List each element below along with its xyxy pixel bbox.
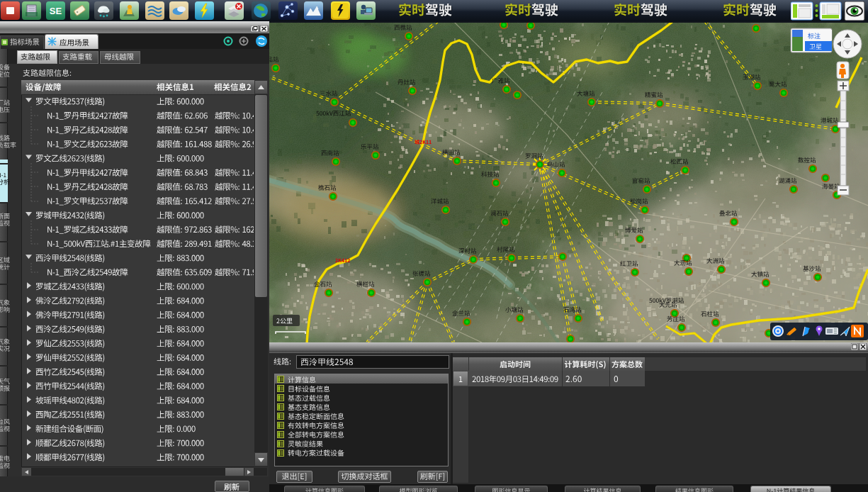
svg-text:SE: SE: [50, 6, 62, 16]
